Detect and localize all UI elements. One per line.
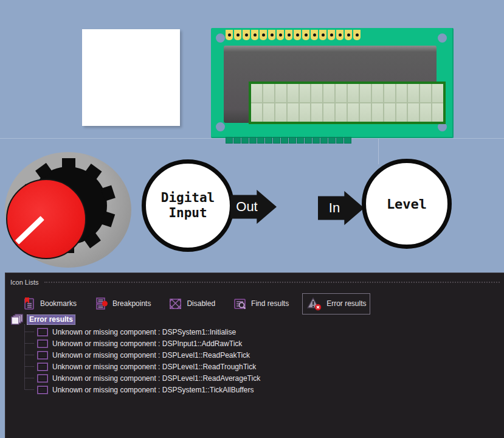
- lcd-cell: [311, 103, 322, 122]
- panel-title: Icon Lists: [10, 279, 38, 286]
- level-node[interactable]: Level: [362, 159, 452, 249]
- error-item-row[interactable]: Unknown or missing component : DSPInput1…: [10, 338, 500, 349]
- icon-lists-panel: Icon Lists Bookmarks: [5, 273, 504, 438]
- error-item-text: Unknown or missing component : DSPLevel1…: [52, 351, 250, 360]
- lcd-cell: [288, 103, 299, 122]
- error-results-button[interactable]: Error results: [302, 293, 370, 315]
- error-results-tree: Error results Unknown or missing compone…: [10, 313, 500, 395]
- lcd-pad: [266, 137, 272, 143]
- lcd-cell: [323, 103, 334, 122]
- lcd-pin: [319, 30, 326, 40]
- digital-input-label-line1: Digital: [161, 190, 215, 206]
- lcd-pad: [297, 137, 303, 143]
- lcd-pad: [329, 137, 335, 143]
- knob-cap[interactable]: [6, 179, 86, 259]
- lcd-cell: [384, 84, 395, 102]
- lcd-pin: [294, 30, 301, 40]
- breakpoints-button[interactable]: Breakpoints: [90, 293, 155, 315]
- lcd-cell: [336, 84, 347, 102]
- breakpoints-label: Breakpoints: [112, 299, 151, 308]
- lcd-screen: [249, 82, 446, 124]
- lcd-pin: [353, 30, 361, 40]
- error-item-text: Unknown or missing component : DSPLevel1…: [52, 374, 260, 383]
- error-item-row[interactable]: Unknown or missing component : DSPLevel1…: [10, 361, 500, 372]
- lcd-cell: [336, 103, 347, 122]
- blank-panel-component[interactable]: [82, 29, 180, 126]
- out-connector-arrow[interactable]: Out: [230, 190, 277, 224]
- stacked-pages-icon: [10, 314, 24, 325]
- find-results-label: Find results: [251, 299, 289, 308]
- lcd-pin-row: [226, 30, 361, 40]
- lcd-cell: [348, 84, 359, 102]
- error-item-row[interactable]: Unknown or missing component : DSPSystem…: [10, 326, 500, 338]
- lcd-pin: [302, 30, 309, 40]
- lcd-cell: [275, 84, 286, 102]
- lcd-cell: [372, 84, 383, 102]
- lcd-pad: [289, 137, 295, 143]
- error-item-row[interactable]: Unknown or missing component : DSPLevel1…: [10, 349, 500, 361]
- lcd-cell: [323, 84, 334, 102]
- digital-input-node[interactable]: Digital Input: [142, 159, 234, 252]
- flow-node-icon: [37, 339, 48, 348]
- lcd-pad: [250, 137, 256, 143]
- lcd-pad: [345, 137, 351, 143]
- header-dotted-divider: [44, 282, 500, 283]
- flow-node-icon: [37, 386, 48, 394]
- lcd-pin: [311, 30, 318, 40]
- error-item-row[interactable]: Unknown or missing component : DSPSystem…: [10, 384, 500, 395]
- flow-node-icon: [37, 328, 48, 336]
- tree-root-row[interactable]: Error results: [10, 313, 500, 325]
- lcd-pad: [337, 137, 343, 143]
- lcd-cell: [300, 84, 311, 102]
- lcd-pad: [313, 137, 319, 143]
- error-item-text: Unknown or missing component : DSPInput1…: [52, 339, 242, 348]
- lcd-pin: [260, 30, 267, 40]
- lcd-pad: [242, 137, 248, 143]
- disabled-button[interactable]: Disabled: [164, 293, 219, 315]
- mount-hole: [216, 122, 225, 131]
- simulation-workspace: Digital Input Out In Level Icon Lists: [0, 0, 504, 438]
- lcd-pin: [328, 30, 335, 40]
- knob-component[interactable]: [5, 152, 131, 268]
- tree-children: Unknown or missing component : DSPSystem…: [10, 326, 500, 395]
- lcd-cell: [251, 103, 262, 122]
- error-results-label: Error results: [326, 299, 366, 308]
- lcd-cell: [408, 84, 419, 102]
- lcd-cell: [275, 103, 286, 122]
- lcd-cell: [263, 103, 274, 122]
- icon-lists-toolbar: Bookmarks Breakpoints: [5, 291, 504, 316]
- lcd-cell: [420, 84, 431, 102]
- tree-root-label[interactable]: Error results: [27, 315, 75, 325]
- bookmarks-button[interactable]: Bookmarks: [18, 293, 81, 315]
- bookmarks-label: Bookmarks: [40, 299, 77, 308]
- lcd-cell: [251, 84, 262, 102]
- lcd-cell: [348, 103, 359, 122]
- lcd-pad: [305, 137, 311, 143]
- digital-input-label-line2: Input: [168, 206, 207, 221]
- lcd-pad: [321, 137, 327, 143]
- error-item-text: Unknown or missing component : DSPSystem…: [52, 386, 254, 394]
- lcd-cell: [300, 103, 311, 122]
- lcd-pad: [274, 137, 280, 143]
- lcd-pin: [336, 30, 343, 40]
- lcd-cell: [263, 84, 274, 102]
- lcd-cell: [311, 84, 322, 102]
- out-label: Out: [236, 199, 257, 215]
- find-results-button[interactable]: Find results: [229, 293, 293, 315]
- lcd-pad: [258, 137, 264, 143]
- mount-hole: [438, 33, 447, 43]
- level-label: Level: [387, 196, 427, 212]
- lcd-pad: [226, 137, 232, 143]
- lcd-pin: [251, 30, 258, 40]
- lcd-pin: [345, 30, 352, 40]
- lcd-pin: [268, 30, 275, 40]
- error-item-row[interactable]: Unknown or missing component : DSPLevel1…: [10, 372, 500, 384]
- in-connector-arrow[interactable]: In: [318, 191, 364, 225]
- lcd-pad: [281, 137, 288, 143]
- lcd-display-component[interactable]: [211, 28, 454, 138]
- lcd-cell: [432, 103, 443, 122]
- flow-node-icon: [37, 374, 48, 383]
- panel-header: Icon Lists: [5, 273, 504, 289]
- lcd-cell: [408, 103, 419, 122]
- error-triangle-icon: [306, 297, 322, 311]
